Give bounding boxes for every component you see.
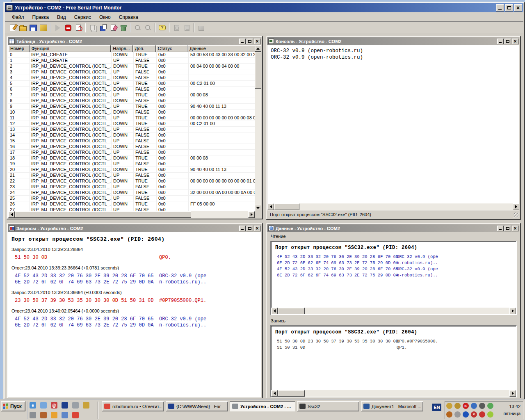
scroll-thumb[interactable] xyxy=(278,390,305,397)
network-icon[interactable] xyxy=(471,403,477,409)
table-row[interactable]: 21IRP_MJ_DEVICE_CONTROL (IOCTL_...UPFALS… xyxy=(8,173,255,178)
table-row[interactable]: 5IRP_MJ_DEVICE_CONTROL (IOCTL_...UPTRUE0… xyxy=(8,81,255,87)
taskbar-button[interactable]: roboforum.ru • Ответит... xyxy=(102,401,164,411)
menu-item[interactable]: Сервис xyxy=(71,14,95,21)
console-window-titlebar[interactable]: Консоль - Устройство - COM2 xyxy=(267,37,519,45)
clear-button[interactable] xyxy=(73,23,83,33)
maximize-button[interactable] xyxy=(504,39,511,44)
table-row[interactable]: 20IRP_MJ_DEVICE_CONTROL (IOCTL_...DOWNTR… xyxy=(8,167,255,173)
scroll-left-button[interactable] xyxy=(271,308,278,314)
help-button[interactable] xyxy=(157,23,167,33)
column-header[interactable]: Доп. xyxy=(133,45,156,52)
scheduler-icon[interactable] xyxy=(51,412,57,418)
minimize-button[interactable] xyxy=(497,39,504,44)
table-row[interactable]: 9IRP_MJ_DEVICE_CONTROL (IOCTL_...UPTRUE0… xyxy=(8,104,255,110)
table-row[interactable]: 1IRP_MJ_CREATEUPFALSE0x0 xyxy=(8,58,255,64)
chrome-icon[interactable] xyxy=(72,412,79,418)
table-row[interactable]: 7IRP_MJ_DEVICE_CONTROL (IOCTL_...UPTRUE0… xyxy=(8,92,255,98)
minimize-button[interactable] xyxy=(239,39,246,44)
table-row[interactable]: 8IRP_MJ_DEVICE_CONTROL (IOCTL_...DOWNFAL… xyxy=(8,98,255,104)
lock-button[interactable] xyxy=(171,23,182,33)
close-button[interactable] xyxy=(254,226,260,231)
switch-app-icon[interactable] xyxy=(479,411,485,418)
minimize-button[interactable] xyxy=(497,226,504,231)
stop-button[interactable] xyxy=(63,23,73,33)
export-button[interactable] xyxy=(38,23,48,33)
menu-item[interactable]: Файл xyxy=(8,14,28,21)
package-button[interactable] xyxy=(196,23,206,33)
data-window-titlebar[interactable]: Данные - Устройство - COM2 xyxy=(267,224,519,232)
menu-item[interactable]: Окно xyxy=(96,14,114,21)
column-header[interactable]: Данные xyxy=(187,45,255,52)
far-manager-icon[interactable] xyxy=(62,402,68,409)
table-row[interactable]: 11IRP_MJ_DEVICE_CONTROL (IOCTL_...UPTRUE… xyxy=(8,115,255,121)
scroll-thumb[interactable] xyxy=(274,203,299,210)
column-header[interactable]: Функция xyxy=(30,45,111,52)
close-button[interactable] xyxy=(514,4,522,11)
table-row[interactable]: 17IRP_MJ_DEVICE_CONTROL (IOCTL_...UPFALS… xyxy=(8,150,255,155)
maximize-button[interactable] xyxy=(505,4,513,11)
resize-grip[interactable] xyxy=(514,212,519,218)
table-row[interactable]: 26IRP_MJ_DEVICE_CONTROL (IOCTL_...DOWNTR… xyxy=(8,201,255,207)
table-row[interactable]: 6IRP_MJ_DEVICE_CONTROL (IOCTL_...DOWNFAL… xyxy=(8,87,255,92)
table-row[interactable]: 2IRP_MJ_DEVICE_CONTROL (IOCTL_...DOWNTRU… xyxy=(8,64,255,69)
briefcase-icon[interactable] xyxy=(83,402,89,409)
save-as-button[interactable] xyxy=(98,23,108,33)
requests-window-titlebar[interactable]: Запросы - Устройство - COM2 xyxy=(8,224,261,232)
internet-explorer-icon[interactable]: e xyxy=(30,402,36,409)
table-row[interactable]: 3IRP_MJ_DEVICE_CONTROL (IOCTL_...UPFALSE… xyxy=(8,69,255,75)
table-window-titlebar[interactable]: Таблица - Устройство - COM2 xyxy=(8,37,261,45)
open-button[interactable] xyxy=(18,23,28,33)
scroll-right-button[interactable] xyxy=(513,203,519,210)
maximize-button[interactable] xyxy=(247,39,253,44)
table-row[interactable]: 22IRP_MJ_DEVICE_CONTROL (IOCTL_...DOWNTR… xyxy=(8,178,255,184)
start-button[interactable] xyxy=(52,23,63,33)
mail-icon[interactable]: @ xyxy=(51,402,57,409)
utility-icon[interactable] xyxy=(72,402,79,409)
menu-item[interactable]: Вид xyxy=(53,14,70,21)
table-row[interactable]: 18IRP_MJ_DEVICE_CONTROL (IOCTL_...DOWNTR… xyxy=(8,155,255,161)
column-header[interactable]: Номер xyxy=(8,45,30,52)
cd-burner-icon[interactable] xyxy=(62,412,68,418)
taskbar-button[interactable]: Ssc32 xyxy=(297,401,359,411)
kaspersky-icon[interactable]: K xyxy=(463,403,469,409)
scroll-left-button[interactable] xyxy=(8,211,15,218)
volume-icon[interactable] xyxy=(446,411,452,418)
unlock-button[interactable] xyxy=(182,23,192,33)
scroll-left-button[interactable] xyxy=(271,390,278,397)
scroll-left-button[interactable] xyxy=(267,203,274,210)
table-row[interactable]: 19IRP_MJ_DEVICE_CONTROL (IOCTL_...UPFALS… xyxy=(8,161,255,167)
column-header[interactable]: Напрв... xyxy=(111,45,133,52)
scroll-thumb[interactable] xyxy=(255,52,261,89)
bluetooth-icon[interactable] xyxy=(463,411,469,418)
table-row[interactable]: 24IRP_MJ_DEVICE_CONTROL (IOCTL_...DOWNTR… xyxy=(8,190,255,196)
sync-icon[interactable] xyxy=(454,411,461,418)
table-row[interactable]: 14IRP_MJ_DEVICE_CONTROL (IOCTL_...DOWNFA… xyxy=(8,132,255,138)
find-in-doc-button[interactable] xyxy=(143,23,153,33)
scroll-thumb[interactable] xyxy=(15,211,191,218)
taskbar-button[interactable]: Устройство - COM2 - ... xyxy=(230,401,295,411)
copy-button[interactable] xyxy=(87,23,98,33)
save-button[interactable] xyxy=(28,23,38,33)
close-button[interactable] xyxy=(512,39,518,44)
table-row[interactable]: 23IRP_MJ_DEVICE_CONTROL (IOCTL_...UPFALS… xyxy=(8,184,255,190)
find-button[interactable] xyxy=(132,23,143,33)
table-row[interactable]: 15IRP_MJ_DEVICE_CONTROL (IOCTL_...UPFALS… xyxy=(8,138,255,144)
close-button[interactable] xyxy=(512,226,518,231)
delete-button[interactable] xyxy=(118,23,128,33)
scroll-right-button[interactable] xyxy=(509,390,516,397)
minimize-button[interactable] xyxy=(496,4,504,11)
start-button[interactable]: Пуск xyxy=(1,401,25,411)
photo-viewer-icon[interactable] xyxy=(40,412,47,418)
table-row[interactable]: 10IRP_MJ_DEVICE_CONTROL (IOCTL_...DOWNFA… xyxy=(8,110,255,115)
title-bar[interactable]: Устройство - COM2 - Free Serial Port Mon… xyxy=(5,3,523,12)
antivirus-icon[interactable] xyxy=(487,403,493,409)
column-header[interactable]: Статус xyxy=(156,45,188,52)
table-row[interactable]: 25IRP_MJ_DEVICE_CONTROL (IOCTL_...UPFALS… xyxy=(8,196,255,201)
table-row[interactable]: 13IRP_MJ_DEVICE_CONTROL (IOCTL_...UPFALS… xyxy=(8,127,255,132)
erase-button[interactable] xyxy=(108,23,118,33)
menu-item[interactable]: Правка xyxy=(29,14,53,21)
menu-item[interactable]: Справка xyxy=(115,14,142,21)
scroll-right-button[interactable] xyxy=(509,308,516,314)
maximize-button[interactable] xyxy=(247,226,253,231)
